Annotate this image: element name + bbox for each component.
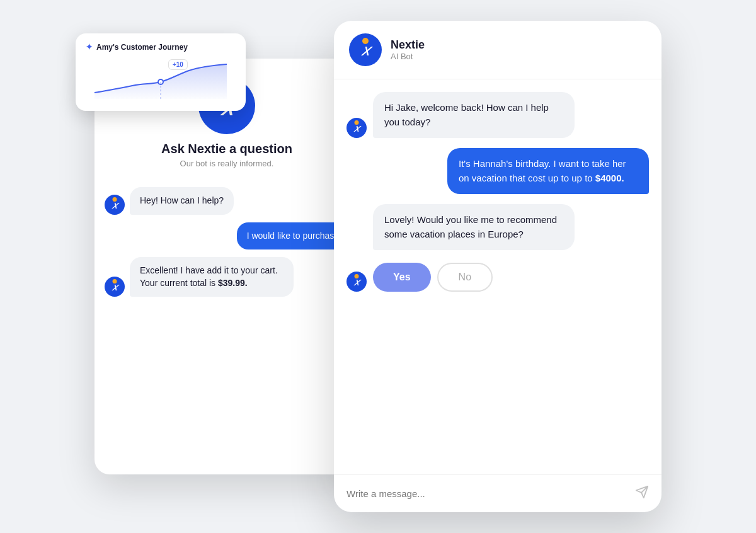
bot-avatar-sm-2: 𝘟 <box>105 277 125 297</box>
bot-name: Nextie <box>391 38 425 52</box>
right-header-info: Nextie AI Bot <box>391 38 425 61</box>
bot-role: AI Bot <box>391 52 425 61</box>
journey-card-title: Amy's Customer Journey <box>96 43 188 52</box>
journey-chart: +10 <box>86 58 236 102</box>
left-card-subtitle: Our bot is really informed. <box>180 159 274 168</box>
sparkle-icon: ✦ <box>86 42 93 52</box>
left-chat-card: 𝘟 Ask Nextie a question Our bot is reall… <box>94 59 359 474</box>
left-bot-bubble-1: Hey! How can I help? <box>130 187 234 215</box>
left-msg-row-1: 𝘟 Hey! How can I help? <box>105 187 349 215</box>
bot-avatar-sm-1: 𝘟 <box>105 195 125 215</box>
left-user-bubble-1: I would like to purchase <box>237 222 349 250</box>
right-msg-row-2: It's Hannah's birthday. I want to take h… <box>346 148 649 194</box>
journey-card: ✦ Amy's Customer Journey + <box>76 33 246 111</box>
message-input[interactable] <box>346 488 627 499</box>
chart-label: +10 <box>168 59 188 70</box>
right-bot-avatar-1: 𝘟 <box>346 118 367 138</box>
right-bot-bubble-1: Hi Jake, welcome back! How can I help yo… <box>373 92 575 138</box>
right-chat-messages: 𝘟 Hi Jake, welcome back! How can I help … <box>334 79 662 474</box>
right-msg-row-3: 𝘟 Lovely! Would you like me to recommend… <box>346 204 649 292</box>
right-msg-row-1: 𝘟 Hi Jake, welcome back! How can I help … <box>346 92 649 138</box>
yes-button[interactable]: Yes <box>373 263 431 292</box>
choice-buttons: Yes No <box>373 263 575 292</box>
right-chat-card: 𝘟 Nextie AI Bot 𝘟 Hi Jake, welcome back!… <box>334 21 662 512</box>
left-msg-row-2: I would like to purchase <box>105 222 349 250</box>
right-bot-avatar-2: 𝘟 <box>346 272 367 292</box>
left-msg-row-3: 𝘟 Excellent! I have add it to your cart.… <box>105 257 349 297</box>
left-card-title: Ask Nextie a question <box>161 142 292 156</box>
send-button[interactable] <box>635 485 649 502</box>
right-bot-bubble-2: Lovely! Would you like me to recommend s… <box>373 204 575 250</box>
input-area <box>334 474 662 512</box>
left-bot-bubble-2: Excellent! I have add it to your cart. Y… <box>130 257 294 297</box>
no-button[interactable]: No <box>437 263 493 292</box>
right-header-avatar: 𝘟 <box>349 33 382 66</box>
right-card-header: 𝘟 Nextie AI Bot <box>334 21 662 79</box>
left-chat-messages: 𝘟 Hey! How can I help? I would like to p… <box>94 181 359 474</box>
right-user-bubble-1: It's Hannah's birthday. I want to take h… <box>447 148 649 194</box>
